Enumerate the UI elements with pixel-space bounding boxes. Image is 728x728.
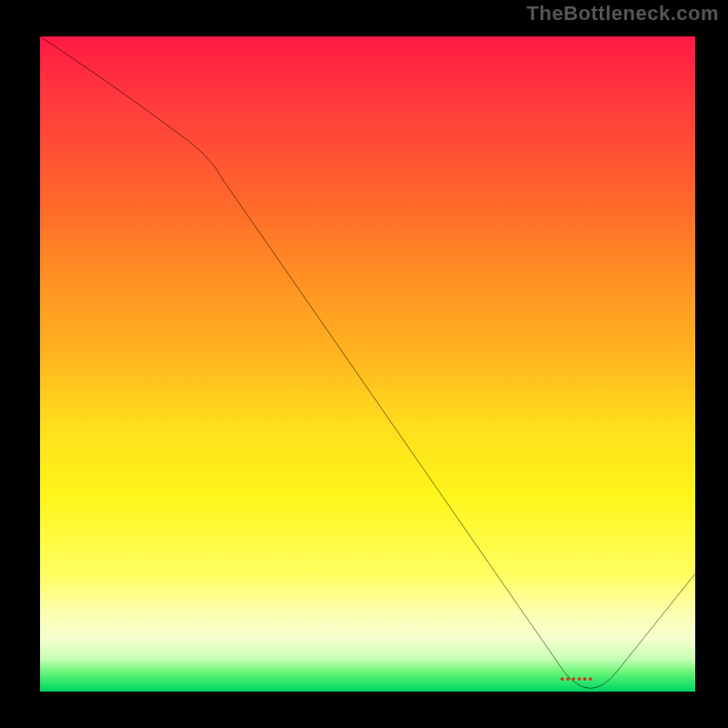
series-path: [40, 36, 695, 688]
minimum-marker: ••••••: [561, 672, 594, 685]
attribution-label: TheBottleneck.com: [527, 2, 719, 25]
chart-container: TheBottleneck.com ••••••: [0, 0, 728, 728]
line-series: [40, 36, 695, 692]
plot-area: ••••••: [36, 33, 699, 695]
